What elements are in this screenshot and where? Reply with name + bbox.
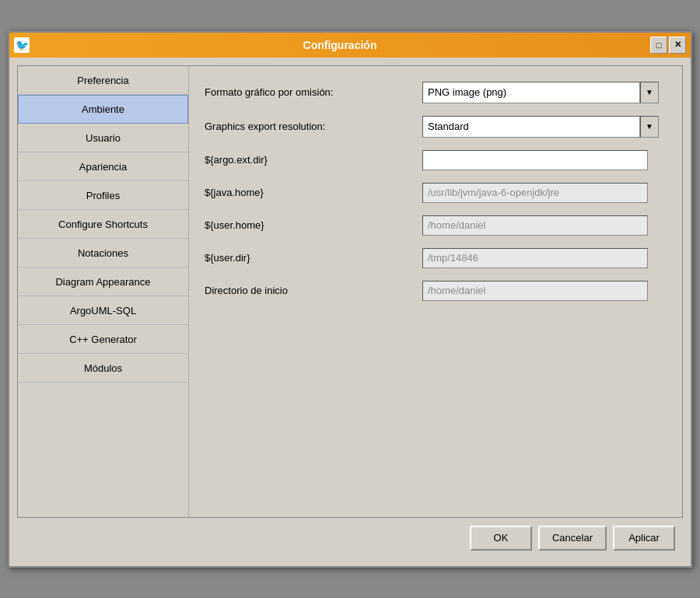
control-argo-ext [422, 150, 667, 170]
dropdown-formato[interactable]: PNG image (png) [422, 82, 640, 103]
control-directorio [422, 281, 667, 301]
sidebar-item-diagram-appearance[interactable]: Diagram Appearance [18, 268, 188, 296]
content-panel: Formato gráfico por omisión: PNG image (… [189, 66, 682, 517]
bird-icon: 🐦 [16, 39, 29, 51]
maximize-button[interactable]: □ [650, 37, 667, 54]
form-row-java-home: ${java.home} [205, 183, 667, 203]
input-directorio[interactable] [422, 281, 648, 301]
aplicar-button[interactable]: Aplicar [613, 526, 675, 551]
dropdown-graphics-arrow[interactable]: ▼ [640, 116, 659, 138]
sidebar-item-usuario[interactable]: Usuario [18, 124, 188, 152]
cancelar-button[interactable]: Cancelar [538, 526, 607, 551]
input-argo-ext[interactable] [422, 150, 648, 170]
form-row-user-dir: ${user.dir} [205, 248, 667, 268]
close-button[interactable]: ✕ [669, 37, 686, 54]
title-bar-buttons: □ ✕ [650, 37, 686, 54]
label-java-home: ${java.home} [205, 187, 422, 198]
form-row-directorio: Directorio de inicio [205, 281, 667, 301]
sidebar-item-modulos[interactable]: Módulos [18, 354, 188, 383]
form-row-graphics: Graphics export resolution: Standard ▼ [205, 116, 667, 138]
ok-button[interactable]: OK [470, 526, 532, 551]
sidebar: Preferencia Ambiente Usuario Apariencia … [18, 66, 189, 517]
label-argo-ext: ${argo.ext.dir} [205, 154, 422, 166]
sidebar-item-argouml-sql[interactable]: ArgoUML-SQL [18, 296, 188, 325]
sidebar-item-ambiente[interactable]: Ambiente [18, 95, 188, 124]
sidebar-item-notaciones[interactable]: Notaciones [18, 239, 188, 268]
sidebar-item-preferencia[interactable]: Preferencia [18, 66, 188, 95]
main-content: Preferencia Ambiente Usuario Apariencia … [17, 65, 683, 518]
form-row-argo-ext: ${argo.ext.dir} [205, 150, 667, 170]
dropdown-graphics[interactable]: Standard [422, 116, 640, 138]
label-graphics: Graphics export resolution: [205, 121, 422, 132]
input-java-home[interactable] [422, 183, 648, 203]
input-user-home[interactable] [422, 215, 648, 236]
sidebar-item-apariencia[interactable]: Apariencia [18, 152, 188, 181]
dropdown-graphics-value: Standard [428, 121, 469, 132]
dropdown-formato-value: PNG image (png) [428, 86, 506, 98]
form-row-user-home: ${user.home} [205, 215, 667, 236]
sidebar-item-cpp-generator[interactable]: C++ Generator [18, 325, 188, 354]
title-bar: 🐦 Configuración □ ✕ [9, 33, 691, 58]
label-directorio: Directorio de inicio [205, 285, 422, 296]
control-graphics: Standard ▼ [422, 116, 667, 138]
control-user-home [422, 215, 667, 236]
dropdown-formato-arrow[interactable]: ▼ [640, 82, 659, 103]
control-formato: PNG image (png) ▼ [422, 82, 667, 103]
label-formato: Formato gráfico por omisión: [205, 86, 422, 98]
label-user-dir: ${user.dir} [205, 252, 422, 264]
control-java-home [422, 183, 667, 203]
label-user-home: ${user.home} [205, 219, 422, 231]
window-icon: 🐦 [14, 37, 30, 53]
bottom-bar: OK Cancelar Aplicar [17, 518, 683, 558]
form-row-formato: Formato gráfico por omisión: PNG image (… [205, 82, 667, 103]
main-window: 🐦 Configuración □ ✕ Preferencia Ambiente… [8, 31, 692, 568]
sidebar-item-configure-shortcuts[interactable]: Configure Shortcuts [18, 210, 188, 239]
window-title: Configuración [30, 39, 650, 51]
window-body: Preferencia Ambiente Usuario Apariencia … [9, 58, 691, 566]
sidebar-item-profiles[interactable]: Profiles [18, 181, 188, 210]
control-user-dir [422, 248, 667, 268]
input-user-dir[interactable] [422, 248, 648, 268]
